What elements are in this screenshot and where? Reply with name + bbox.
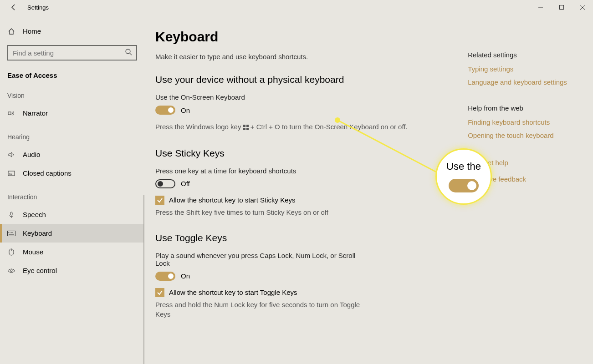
svg-point-10	[8, 232, 9, 233]
keyboard-icon	[7, 231, 15, 236]
sticky-toggle[interactable]	[155, 179, 175, 188]
svg-rect-17	[243, 125, 245, 127]
nav-label: Speech	[23, 211, 46, 218]
nav-audio[interactable]: Audio	[0, 145, 144, 164]
search-input[interactable]	[7, 45, 137, 61]
title-bar: Settings	[0, 0, 593, 15]
nav-label: Audio	[23, 151, 40, 158]
minimize-icon	[538, 5, 543, 10]
svg-point-13	[12, 232, 13, 233]
nav-mouse[interactable]: Mouse	[0, 243, 144, 261]
arrow-left-icon	[10, 4, 17, 11]
nav-speech[interactable]: Speech	[0, 205, 144, 224]
home-nav[interactable]: Home	[7, 24, 137, 39]
callout-highlight: Use the	[435, 148, 492, 205]
togglekeys-check-label: Allow the shortcut key to start Toggle K…	[169, 288, 297, 296]
main-content: Keyboard Make it easier to type and use …	[144, 15, 593, 364]
window-controls	[530, 0, 593, 15]
nav-label: Eye control	[23, 267, 57, 274]
svg-rect-8	[8, 231, 15, 236]
svg-rect-1	[560, 5, 564, 10]
nav-eye-control[interactable]: Eye control	[0, 261, 144, 280]
group-hearing: Hearing	[7, 133, 137, 141]
togglekeys-toggle[interactable]	[155, 272, 175, 281]
group-vision: Vision	[7, 92, 137, 99]
minimize-button[interactable]	[530, 0, 551, 15]
osk-hint: Press the Windows logo key + Ctrl + O to…	[155, 122, 440, 132]
svg-point-12	[11, 232, 12, 233]
narrator-icon	[7, 110, 15, 117]
sticky-check-label: Allow the shortcut key to start Sticky K…	[169, 196, 296, 204]
sticky-state: Off	[181, 180, 190, 187]
svg-point-16	[10, 270, 12, 272]
maximize-icon	[559, 5, 564, 10]
windows-logo-icon	[243, 123, 249, 132]
category-label: Ease of Access	[7, 71, 137, 79]
svg-rect-19	[243, 128, 245, 130]
osk-state: On	[181, 106, 190, 114]
togglekeys-state: On	[181, 272, 190, 280]
callout-toggle-icon	[449, 179, 479, 192]
home-icon	[7, 28, 15, 35]
svg-line-3	[130, 53, 132, 55]
page-title: Keyboard	[155, 29, 440, 45]
checkmark-icon	[157, 197, 163, 203]
close-button[interactable]	[572, 0, 593, 15]
checkmark-icon	[157, 289, 163, 296]
group-interaction: Interaction	[7, 193, 137, 201]
link-keyboard-shortcuts[interactable]: Finding keyboard shortcuts	[468, 118, 575, 126]
link-language-keyboard[interactable]: Language and keyboard settings	[468, 78, 575, 86]
nav-keyboard[interactable]: Keyboard	[0, 224, 144, 243]
search-wrap	[7, 45, 137, 61]
mic-icon	[7, 211, 15, 218]
svg-point-11	[10, 232, 10, 233]
nav-closed-captions[interactable]: cc Closed captions	[0, 164, 144, 182]
svg-rect-4	[8, 112, 11, 115]
svg-text:cc: cc	[9, 172, 13, 175]
link-touch-keyboard[interactable]: Opening the touch keyboard	[468, 131, 575, 139]
sticky-label: Press one key at a time for keyboard sho…	[155, 167, 440, 175]
audio-icon	[7, 151, 15, 158]
nav-label: Narrator	[23, 109, 48, 117]
home-label: Home	[23, 27, 41, 35]
osk-label: Use the On-Screen Keyboard	[155, 93, 440, 101]
web-heading: Help from the web	[468, 104, 575, 112]
sticky-heading: Use Sticky Keys	[155, 148, 440, 159]
nav-label: Mouse	[23, 248, 43, 256]
sidebar: Home Ease of Access Vision Narrator Hear…	[0, 15, 144, 364]
togglekeys-hint: Press and hold the Num Lock key for five…	[155, 300, 365, 319]
togglekeys-label: Play a sound whenever you press Caps Loc…	[155, 252, 356, 267]
sticky-hint: Press the Shift key five times to turn S…	[155, 207, 440, 217]
nav-label: Closed captions	[23, 169, 72, 177]
related-heading: Related settings	[468, 51, 575, 59]
captions-icon: cc	[7, 170, 15, 177]
link-typing-settings[interactable]: Typing settings	[468, 65, 575, 73]
nav-narrator[interactable]: Narrator	[0, 104, 144, 122]
svg-rect-7	[10, 212, 12, 215]
maximize-button[interactable]	[551, 0, 572, 15]
osk-heading: Use your device without a physical keybo…	[155, 74, 440, 85]
callout-text: Use the	[446, 161, 481, 172]
close-icon	[580, 5, 585, 10]
page-subtitle: Make it easier to type and use keyboard …	[155, 53, 440, 61]
osk-toggle[interactable]	[155, 106, 175, 115]
window-title: Settings	[27, 4, 49, 11]
togglekeys-shortcut-checkbox[interactable]	[155, 288, 164, 297]
sticky-shortcut-checkbox[interactable]	[155, 196, 164, 205]
eye-icon	[7, 268, 15, 273]
mouse-icon	[7, 248, 15, 256]
togglekeys-heading: Use Toggle Keys	[155, 233, 440, 243]
svg-point-2	[126, 49, 130, 54]
search-icon	[125, 49, 133, 58]
nav-label: Keyboard	[23, 229, 52, 237]
back-button[interactable]	[4, 0, 24, 15]
